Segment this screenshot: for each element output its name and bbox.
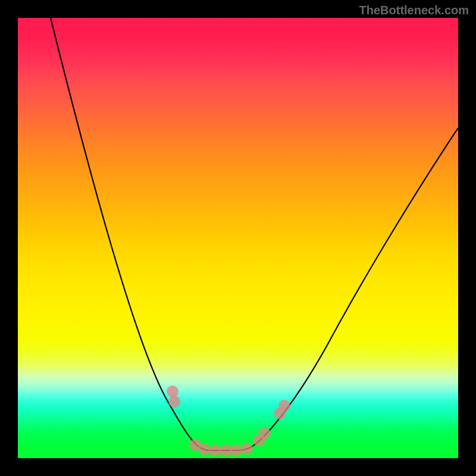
curve-marker [168,396,180,408]
curve-marker [241,443,253,455]
curve-marker [230,444,242,456]
marker-group [167,386,290,456]
curve-marker [209,444,221,456]
watermark-text: TheBottleneck.com [359,4,469,17]
plot-area [18,18,458,458]
chart-svg [18,18,458,458]
curve-marker [259,427,271,439]
bottleneck-curve [51,18,458,450]
curve-marker [167,386,178,397]
curve-marker [278,400,290,412]
curve-marker [199,443,211,455]
